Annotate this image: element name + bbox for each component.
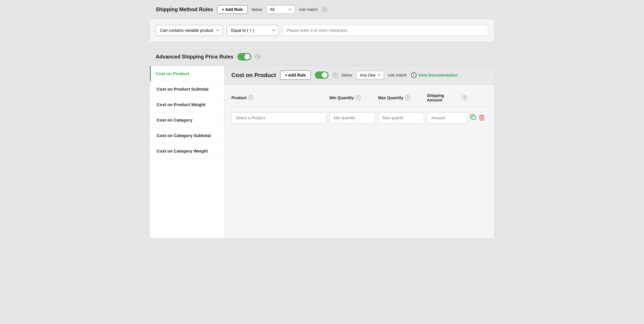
col-header-product: Product ?: [231, 95, 327, 100]
spacer: [150, 43, 494, 48]
sidebar-item-cost-on-product[interactable]: Cost on Product: [150, 66, 224, 81]
advanced-shipping-toggle[interactable]: [237, 53, 251, 60]
shipping-help-icon[interactable]: ?: [322, 7, 327, 12]
sidebar-item-cost-on-product-weight[interactable]: Cost on Product Weight: [150, 97, 224, 112]
shipping-match-select[interactable]: All Any One: [266, 5, 295, 14]
sidebar: Cost on Product Cost on Product Subtotal…: [150, 66, 225, 238]
toggle-slider: [237, 53, 251, 60]
cost-on-product-toggle-slider: [315, 71, 329, 79]
min-quantity-input[interactable]: [329, 112, 375, 123]
product-col-help-icon[interactable]: ?: [248, 95, 253, 100]
shipping-amount-col-help-icon[interactable]: ?: [462, 95, 467, 100]
shipping-method-rules-section: Shipping Method Rules + Add Rule below A…: [150, 0, 494, 19]
col-header-max-quantity: Max Quantity ?: [378, 95, 424, 100]
shipping-method-rules-title: Shipping Method Rules: [156, 7, 213, 13]
cost-on-product-title: Cost on Product: [231, 72, 276, 79]
advanced-shipping-help-icon[interactable]: ?: [255, 54, 260, 59]
value-input[interactable]: [282, 25, 488, 36]
sidebar-item-cost-on-product-subtotal[interactable]: Cost on Product Subtotal: [150, 81, 224, 97]
table-row: [231, 110, 487, 126]
shipping-add-rule-button[interactable]: + Add Rule: [217, 5, 248, 14]
table-header-row: Product ? Min Quantity ? Max Quantity ? …: [231, 90, 487, 107]
shipping-rule-match-label: rule match: [299, 7, 318, 12]
cost-on-product-below-label: below: [342, 73, 352, 77]
table-area: Product ? Min Quantity ? Max Quantity ? …: [225, 85, 494, 131]
cost-on-product-match-select[interactable]: Any One All: [356, 71, 384, 79]
row-action-icons: [470, 114, 487, 122]
main-panel: Cost on Product + Add Rule ? below Any O…: [225, 66, 494, 238]
cost-on-product-help-icon[interactable]: ?: [333, 73, 338, 78]
delete-row-icon[interactable]: [479, 114, 485, 122]
shipping-below-label: below: [252, 7, 262, 12]
condition-select[interactable]: Cart contains variable product Cart subt…: [156, 25, 223, 36]
copy-row-icon[interactable]: [470, 114, 476, 122]
svg-rect-0: [472, 116, 475, 120]
col-header-min-quantity: Min Quantity ?: [329, 95, 375, 100]
main-content: Cost on Product Cost on Product Subtotal…: [150, 66, 494, 238]
max-qty-col-help-icon[interactable]: ?: [405, 95, 410, 100]
cost-on-product-add-rule-button[interactable]: + Add Rule: [280, 71, 311, 80]
page-wrapper: Shipping Method Rules + Add Rule below A…: [150, 0, 494, 238]
sidebar-item-cost-on-category-subtotal[interactable]: Cost on Category Subtotal: [150, 128, 224, 143]
cost-on-product-toggle[interactable]: [315, 71, 329, 79]
shipping-rule-row: Cart contains variable product Cart subt…: [150, 19, 494, 42]
min-qty-col-help-icon[interactable]: ?: [356, 95, 361, 100]
cost-on-product-rule-match-label: rule match: [388, 73, 407, 77]
advanced-shipping-title: Advanced Shipping Price Rules: [156, 54, 233, 60]
advanced-shipping-header: Advanced Shipping Price Rules ?: [150, 48, 494, 66]
sidebar-item-cost-on-category[interactable]: Cost on Category: [150, 112, 224, 128]
amount-input[interactable]: [427, 112, 467, 123]
view-documentation-link[interactable]: i View Documentation: [411, 72, 458, 78]
sidebar-item-cost-on-category-weight[interactable]: Cost on Category Weight: [150, 143, 224, 159]
info-icon: i: [411, 72, 417, 78]
max-quantity-input[interactable]: [378, 112, 424, 123]
col-header-shipping-amount: Shipping Amount ?: [427, 93, 467, 102]
operator-select[interactable]: Equal to ( = ) Not equal to ( != ) Great…: [227, 25, 278, 36]
product-input[interactable]: [231, 112, 327, 123]
cost-on-product-header: Cost on Product + Add Rule ? below Any O…: [225, 66, 494, 85]
